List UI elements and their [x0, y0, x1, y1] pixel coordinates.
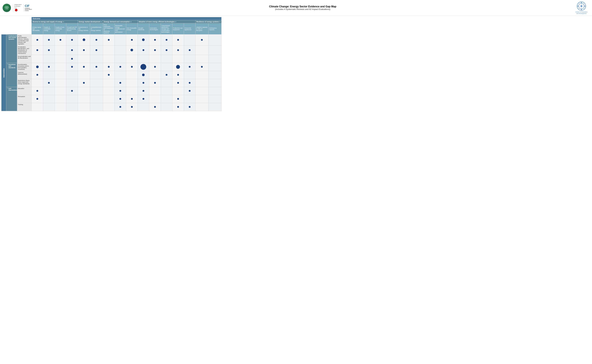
evidence-dot	[177, 82, 179, 84]
cell-soft-2-access_0	[32, 103, 43, 111]
table-row: ⌃Incentives and standardsIncentivization…	[1, 63, 221, 71]
evidence-dot	[83, 39, 85, 41]
cell-soft-2-market_1	[90, 103, 103, 111]
row-sub-label: Privatization, liberalization, and intro…	[17, 46, 32, 55]
cell-institutional-1-access_0	[32, 46, 43, 55]
intervention-label: Intervention	[1, 34, 6, 111]
cat-market: Energy market development «	[78, 20, 103, 23]
cell-institutional-2-access_3	[66, 55, 78, 63]
evidence-dot	[95, 39, 97, 41]
subcol-access-3: On-grid and off-grid electricityaccess	[66, 23, 78, 34]
cell-institutional-1-adoption_1	[149, 46, 161, 55]
subcol-resilience-1: Anticipatorycapacity	[208, 23, 221, 34]
row-sub-label: Training	[17, 103, 32, 111]
cell-institutional-2-access_2	[55, 55, 66, 63]
page-wrapper: GREENCLIMATEFUND IndependentEvaluationUn…	[0, 0, 592, 112]
cell-incentives-2-access_0	[32, 79, 43, 87]
cell-soft-2-adoption_3	[172, 103, 184, 111]
evidence-dot	[166, 49, 167, 51]
table-row: ⌃Soft interventionsEducation	[1, 87, 221, 95]
collapse-access-icon[interactable]: «	[63, 21, 64, 23]
subcol-demand-0: Price responsesand integration ofelectri…	[103, 23, 114, 34]
cell-institutional-2-access_0	[32, 55, 43, 63]
evidence-dot	[154, 66, 156, 68]
row-group-incentives: ⌃Incentives and standards	[6, 63, 17, 87]
evidence-dot	[83, 82, 85, 84]
cell-institutional-2-demand_2	[126, 55, 138, 63]
collapse-market-icon[interactable]: «	[101, 21, 102, 23]
cell-institutional-0-adoption_0	[138, 34, 149, 46]
cell-institutional-1-adoption_4	[184, 46, 195, 55]
evidence-dot	[131, 39, 133, 41]
group-label-institutional: Institutional and market systems	[8, 35, 17, 40]
cell-incentives-0-adoption_3	[172, 63, 184, 71]
cell-incentives-2-market_1	[90, 79, 103, 87]
page-title-area: Climate Change: Energy Sector Evidence a…	[32, 5, 573, 10]
cell-institutional-2-adoption_1	[149, 55, 161, 63]
evidence-dot	[189, 66, 191, 68]
evidence-dot	[36, 90, 38, 92]
evidence-dot	[71, 58, 73, 60]
main-title: Climate Change: Energy Sector Evidence a…	[32, 5, 573, 8]
subcol-resilience-0: Adaptive capacityto risks ofdisruption	[195, 23, 208, 34]
outcome-label-row: Outcome	[1, 17, 221, 20]
cell-soft-2-adoption_2	[161, 103, 172, 111]
cell-institutional-1-resilience_0	[195, 46, 208, 55]
cell-institutional-2-demand_1	[114, 55, 126, 63]
cell-incentives-0-market_0	[78, 63, 90, 71]
svg-point-6	[581, 6, 582, 7]
cell-soft-1-access_2	[55, 95, 66, 103]
evidence-dot	[131, 106, 133, 108]
cell-soft-2-resilience_0	[195, 103, 208, 111]
cell-soft-0-access_1	[43, 87, 55, 95]
evidence-dot	[189, 49, 191, 51]
cell-soft-1-market_0	[78, 95, 90, 103]
cell-incentives-1-adoption_2	[161, 71, 172, 79]
cell-institutional-1-access_2	[55, 46, 66, 55]
cell-soft-1-access_0	[32, 95, 43, 103]
evidence-dot	[120, 82, 121, 84]
group-collapse-institutional[interactable]: ⌃	[7, 35, 8, 37]
cell-incentives-0-access_1	[43, 63, 55, 71]
cell-institutional-0-demand_2	[126, 34, 138, 46]
cell-soft-0-adoption_3	[172, 87, 184, 95]
cell-soft-0-market_0	[78, 87, 90, 95]
cell-incentives-1-access_2	[55, 71, 66, 79]
collapse-adoption-icon[interactable]: «	[175, 21, 176, 23]
cell-institutional-1-access_1	[43, 46, 55, 55]
cell-institutional-0-market_0	[78, 34, 90, 46]
group-collapse-incentives[interactable]: ⌃	[7, 64, 8, 65]
cat-demand-label: Energy demand and consumption	[104, 21, 130, 23]
cat-resilience: Resilience of energy systems «	[195, 20, 221, 23]
cell-institutional-1-market_0	[78, 46, 90, 55]
collapse-demand-icon[interactable]: «	[131, 21, 132, 23]
cell-institutional-0-access_2	[55, 34, 66, 46]
cell-incentives-1-demand_1	[114, 71, 126, 79]
cell-incentives-2-demand_1	[114, 79, 126, 87]
collapse-resilience-icon[interactable]: «	[220, 21, 220, 23]
cat-adoption: Adoption of more energy efficient techno…	[138, 20, 195, 23]
cell-incentives-1-adoption_4	[184, 71, 195, 79]
evidence-dot	[60, 39, 61, 41]
cell-soft-0-adoption_0	[138, 87, 149, 95]
cell-soft-1-adoption_2	[161, 95, 172, 103]
evidence-dot	[120, 90, 121, 92]
cell-incentives-0-access_3	[66, 63, 78, 71]
row-group-soft: ⌃Soft interventions	[6, 87, 17, 111]
cell-incentives-2-demand_0	[103, 79, 114, 87]
evidence-dot	[108, 66, 110, 68]
cat-access-label: Access to energy and supply of energy	[33, 21, 62, 23]
cell-institutional-0-demand_1	[114, 34, 126, 46]
cell-institutional-1-resilience_1	[208, 46, 221, 55]
cell-institutional-2-resilience_0	[195, 55, 208, 63]
cell-institutional-2-adoption_2	[161, 55, 172, 63]
group-collapse-soft[interactable]: ⌃	[7, 88, 8, 89]
cell-soft-1-market_1	[90, 95, 103, 103]
cell-incentives-1-adoption_0	[138, 71, 149, 79]
cell-incentives-2-resilience_0	[195, 79, 208, 87]
cell-soft-0-resilience_0	[195, 87, 208, 95]
cell-incentives-2-adoption_2	[161, 79, 172, 87]
cell-institutional-0-adoption_2	[161, 34, 172, 46]
evidence-dot	[189, 106, 191, 108]
cell-incentives-0-demand_2	[126, 63, 138, 71]
